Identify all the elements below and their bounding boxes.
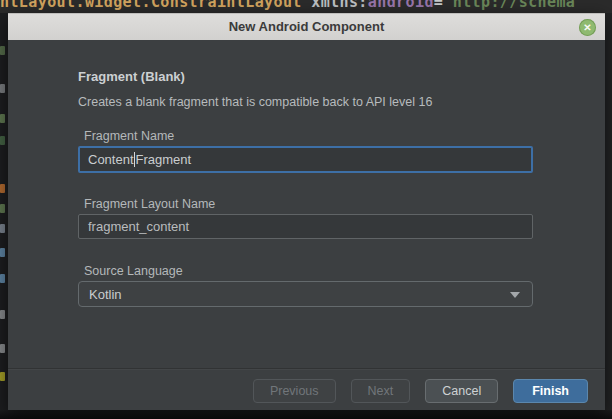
- fragment-name-value-after-caret: Fragment: [136, 152, 192, 167]
- code-fragment-mark: [0, 184, 5, 193]
- code-fragment-mark: [0, 310, 5, 319]
- fragment-layout-name-label: Fragment Layout Name: [84, 197, 215, 211]
- code-segment: android: [368, 0, 434, 11]
- dialog-titlebar[interactable]: New Android Component ✕: [8, 13, 605, 40]
- code-segment: "http://schema: [443, 0, 575, 11]
- code-fragment-mark: [0, 224, 5, 233]
- code-fragment-mark: [0, 204, 5, 213]
- source-language-value: Kotlin: [89, 287, 122, 302]
- code-fragment-mark: [0, 248, 5, 257]
- code-fragment-mark: [0, 84, 5, 93]
- code-segment: ntLayout.widget.ConstraintLayout: [0, 0, 311, 11]
- template-description: Creates a blank fragment that is compati…: [78, 95, 432, 109]
- fragment-name-value-before-caret: Content: [88, 152, 134, 167]
- cancel-button[interactable]: Cancel: [425, 379, 498, 403]
- finish-button[interactable]: Finish: [513, 379, 588, 403]
- code-fragment-mark: [0, 274, 5, 283]
- editor-left-edge: [0, 13, 8, 410]
- code-segment: xmlns:: [311, 0, 368, 11]
- template-heading: Fragment (Blank): [78, 69, 185, 84]
- close-icon[interactable]: ✕: [579, 19, 596, 36]
- fragment-layout-name-input[interactable]: fragment_content: [78, 214, 533, 239]
- fragment-layout-name-value: fragment_content: [88, 219, 189, 234]
- dialog-button-row: Previous Next Cancel Finish: [253, 379, 588, 403]
- editor-code-line: ntLayout.widget.ConstraintLayout xmlns:a…: [0, 0, 575, 11]
- code-fragment-mark: [0, 114, 5, 123]
- source-language-label: Source Language: [84, 264, 183, 278]
- code-fragment-mark: [0, 344, 5, 353]
- code-segment: =: [434, 0, 443, 11]
- fragment-name-label: Fragment Name: [84, 129, 174, 143]
- editor-bottom-strip: [0, 410, 612, 419]
- dialog-title: New Android Component: [8, 14, 605, 40]
- chevron-down-icon: [510, 292, 520, 298]
- fragment-name-input[interactable]: ContentFragment: [78, 146, 533, 173]
- next-button[interactable]: Next: [351, 379, 411, 403]
- source-language-dropdown[interactable]: Kotlin: [78, 281, 533, 307]
- code-fragment-mark: [0, 46, 5, 55]
- code-fragment-mark: [0, 136, 5, 145]
- button-row-separator: [8, 368, 605, 369]
- new-android-component-dialog: New Android Component ✕ Fragment (Blank)…: [8, 13, 605, 410]
- code-fragment-mark: [0, 372, 5, 381]
- editor-background-strip: ntLayout.widget.ConstraintLayout xmlns:a…: [0, 0, 612, 13]
- previous-button[interactable]: Previous: [253, 379, 336, 403]
